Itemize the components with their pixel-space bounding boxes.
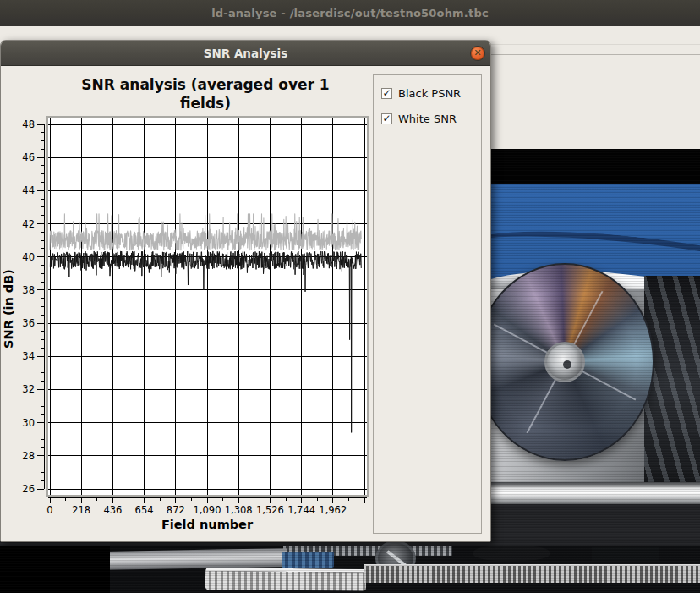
chart-title: SNR analysis (averaged over 1 fields) [18,75,393,113]
x-tick-label: 1,308 [225,504,253,516]
dark-part [592,547,659,561]
y-tick-label: 46 [22,151,35,163]
gear-rack [205,568,366,591]
metal-bar [106,548,287,570]
chart-title-line1: SNR analysis (averaged over 1 [18,75,393,94]
gear-rack [364,564,700,583]
snr-chart: 48464442403836343230282602184366548721,0… [1,113,373,541]
x-tick-label: 654 [135,504,154,516]
dialog-title: SNR Analysis [204,47,287,60]
x-tick-label: 1,962 [319,504,347,516]
y-tick-label: 48 [22,118,35,130]
x-tick-label: 1,744 [287,504,315,516]
y-tick-label: 30 [22,417,35,429]
blue-gear [282,552,334,568]
legend-label: Black PSNR [398,87,461,100]
y-tick-label: 38 [22,284,35,296]
y-tick-label: 36 [22,317,35,329]
snr-analysis-dialog: SNR Analysis ✕ SNR analysis (averaged ov… [0,40,491,542]
x-tick-label: 0 [46,504,52,516]
screen: ld-analyse - /laserdisc/out/testno50ohm.… [0,0,700,593]
disc-hub [544,342,585,382]
chart-title-line2: fields) [18,94,393,113]
white-snr-checkbox[interactable]: ✓ [381,113,392,124]
main-window-title: ld-analyse - /laserdisc/out/testno50ohm.… [211,7,489,19]
dialog-titlebar[interactable]: SNR Analysis ✕ [1,41,490,66]
x-tick-label: 218 [72,504,90,516]
checkmark-icon: ✓ [382,89,391,97]
y-tick-label: 44 [22,184,35,196]
black-psnr-checkbox[interactable]: ✓ [381,88,392,99]
y-tick-label: 26 [22,483,35,495]
x-tick-label: 1,526 [256,504,284,516]
letterbox-corner [0,546,110,593]
plot-area: 48464442403836343230282602184366548721,0… [22,116,369,516]
legend-panel: ✓ Black PSNR ✓ White SNR [373,74,482,534]
x-axis-title: Field number [161,518,254,531]
y-tick-label: 34 [22,350,35,362]
x-tick-label: 436 [103,504,122,516]
checkmark-icon: ✓ [382,114,391,123]
main-window-titlebar[interactable]: ld-analyse - /laserdisc/out/testno50ohm.… [0,0,700,26]
legend-item-black-psnr: ✓ Black PSNR [381,87,461,100]
close-button[interactable]: ✕ [470,46,485,61]
y-tick-label: 32 [22,383,35,395]
y-axis-title: SNR (in dB) [2,269,15,349]
y-tick-label: 42 [22,218,35,230]
legend-item-white-snr: ✓ White SNR [381,113,457,125]
x-tick-label: 1,090 [194,504,221,516]
dark-part [473,546,550,561]
y-tick-label: 40 [22,251,35,263]
close-icon: ✕ [473,48,481,58]
y-tick-label: 28 [22,450,35,462]
legend-label: White SNR [398,113,457,125]
x-tick-label: 872 [167,504,185,516]
